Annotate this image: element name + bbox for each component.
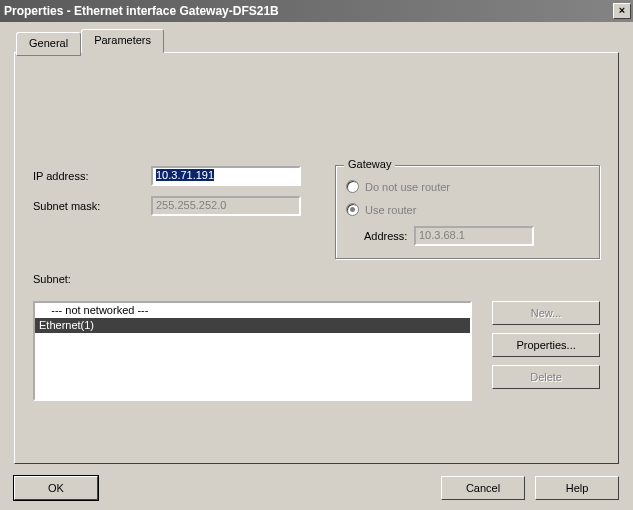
button-label: Properties... <box>516 339 575 351</box>
radio-label: Use router <box>365 204 416 216</box>
titlebar: Properties - Ethernet interface Gateway-… <box>0 0 633 22</box>
subnet-mask-label: Subnet mask: <box>33 200 151 212</box>
cancel-button[interactable]: Cancel <box>441 476 525 500</box>
radio-icon <box>346 180 359 193</box>
gateway-address-value: 10.3.68.1 <box>419 229 465 241</box>
new-button[interactable]: New... <box>492 301 600 325</box>
close-button[interactable]: × <box>613 3 631 19</box>
properties-button[interactable]: Properties... <box>492 333 600 357</box>
tab-general[interactable]: General <box>16 32 81 56</box>
button-label: Cancel <box>466 482 500 494</box>
tab-label: Parameters <box>94 34 151 46</box>
ok-button[interactable]: OK <box>14 476 98 500</box>
ip-address-label: IP address: <box>33 170 151 182</box>
tab-parameters[interactable]: Parameters <box>81 29 164 53</box>
gateway-groupbox: Gateway Do not use router Use router Add… <box>335 165 600 259</box>
window-body: General Parameters IP address: 10.3.71.1… <box>0 22 633 510</box>
button-label: New... <box>531 307 562 319</box>
radio-icon <box>346 203 359 216</box>
radio-label: Do not use router <box>365 181 450 193</box>
gateway-legend: Gateway <box>344 158 395 170</box>
tabstrip: General Parameters <box>16 30 619 54</box>
gateway-address-input[interactable]: 10.3.68.1 <box>414 226 534 246</box>
subnet-listbox[interactable]: --- not networked --- Ethernet(1) <box>33 301 472 401</box>
gateway-address-label: Address: <box>346 230 414 242</box>
tabpanel-parameters: IP address: 10.3.71.191 Subnet mask: 255… <box>14 52 619 464</box>
list-item[interactable]: --- not networked --- <box>35 303 470 318</box>
radio-do-not-use-router[interactable]: Do not use router <box>346 180 589 193</box>
ip-address-input[interactable]: 10.3.71.191 <box>151 166 301 186</box>
subnet-label: Subnet: <box>33 273 600 285</box>
tab-label: General <box>29 37 68 49</box>
ip-address-value: 10.3.71.191 <box>156 169 214 181</box>
radio-use-router[interactable]: Use router <box>346 203 589 216</box>
dialog-footer: OK Cancel Help <box>14 476 619 500</box>
button-label: Delete <box>530 371 562 383</box>
button-label: OK <box>48 482 64 494</box>
delete-button[interactable]: Delete <box>492 365 600 389</box>
subnet-mask-value: 255.255.252.0 <box>156 199 226 211</box>
ip-block: IP address: 10.3.71.191 Subnet mask: 255… <box>33 165 317 225</box>
subnet-mask-input[interactable]: 255.255.252.0 <box>151 196 301 216</box>
help-button[interactable]: Help <box>535 476 619 500</box>
button-label: Help <box>566 482 589 494</box>
close-icon: × <box>619 4 625 16</box>
list-item[interactable]: Ethernet(1) <box>35 318 470 333</box>
window-title: Properties - Ethernet interface Gateway-… <box>4 4 613 18</box>
